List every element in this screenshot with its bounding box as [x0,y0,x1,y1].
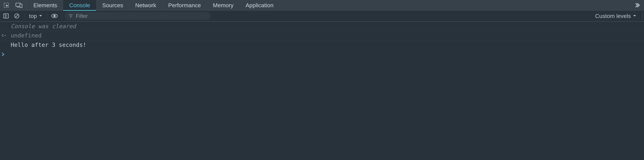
console-toolbar: top Custom levels [0,11,644,22]
svg-line-7 [16,15,18,18]
chevron-down-icon [633,15,636,17]
console-return-row: undefined [0,31,644,40]
console-prompt-row[interactable] [0,49,644,59]
tab-application[interactable]: Application [240,0,280,11]
execution-context-selector[interactable]: top [27,12,44,20]
return-indicator-icon [1,34,11,37]
console-info-row: Console was cleared [0,22,644,31]
more-tabs-icon[interactable] [630,0,644,11]
filter-icon [69,14,73,18]
devtools-tabbar: Elements Console Sources Network Perform… [0,0,644,11]
tab-console[interactable]: Console [63,0,96,11]
svg-rect-4 [4,14,8,18]
live-expression-icon[interactable] [50,12,59,20]
tab-memory[interactable]: Memory [207,0,240,11]
console-log-row: Hello after 3 seconds! [0,40,644,49]
clear-console-icon[interactable] [12,12,22,20]
levels-label: Custom levels [595,13,631,19]
log-message: Hello after 3 seconds! [11,42,86,48]
prompt-chevron-icon [1,52,11,56]
tab-sources[interactable]: Sources [96,0,129,11]
svg-point-8 [54,15,56,17]
tab-elements[interactable]: Elements [27,0,63,11]
filter-input[interactable] [76,13,206,19]
toggle-sidebar-icon[interactable] [1,12,11,20]
console-output: Console was cleared undefined Hello afte… [0,22,644,59]
chevron-down-icon [39,15,42,17]
svg-rect-3 [20,4,22,8]
tab-label: Sources [102,2,123,9]
device-toolbar-icon[interactable] [12,0,25,11]
svg-point-9 [5,35,6,36]
filter-input-wrapper[interactable] [65,12,211,20]
context-label: top [29,13,37,19]
tab-performance[interactable]: Performance [162,0,207,11]
tab-network[interactable]: Network [129,0,162,11]
tab-label: Network [135,2,156,9]
separator [47,13,47,19]
log-levels-selector[interactable]: Custom levels [592,12,639,20]
separator [642,13,643,19]
inspect-element-icon[interactable] [0,0,12,11]
tab-label: Elements [33,2,57,9]
tab-label: Performance [168,2,201,9]
tab-label: Console [69,2,90,9]
tab-label: Memory [213,2,234,9]
tab-label: Application [246,2,273,9]
return-value: undefined [11,32,42,39]
console-cleared-message: Console was cleared [11,23,76,30]
